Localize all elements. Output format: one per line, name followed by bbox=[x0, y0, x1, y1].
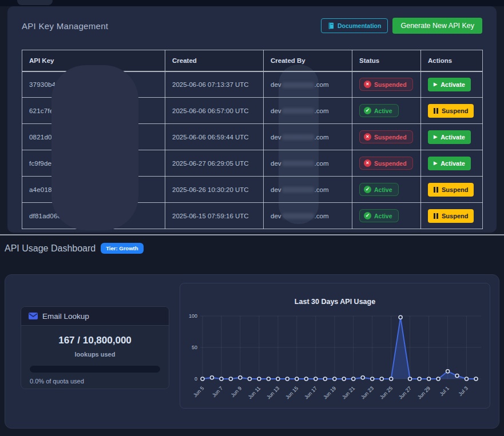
actions-cell: Suspend bbox=[421, 98, 483, 124]
created-cell: 2025-06-27 06:29:05 UTC bbox=[165, 150, 264, 177]
svg-text:Jun 15: Jun 15 bbox=[284, 385, 299, 400]
activate-button[interactable]: ▶Activate bbox=[428, 157, 471, 170]
actions-cell: ▶Activate bbox=[421, 150, 483, 177]
created-cell: 2025-06-06 06:59:44 UTC bbox=[165, 124, 264, 150]
svg-text:Jun 11: Jun 11 bbox=[247, 385, 262, 400]
x-circle-icon: × bbox=[364, 81, 371, 88]
created-cell: 2025-06-06 07:13:37 UTC bbox=[165, 71, 264, 98]
svg-text:Jun 13: Jun 13 bbox=[265, 385, 280, 400]
top-strip bbox=[0, 0, 504, 6]
activate-button[interactable]: ▶Activate bbox=[428, 78, 471, 91]
generate-api-key-button[interactable]: Generate New API Key bbox=[392, 18, 482, 34]
created-cell: 2025-06-06 06:57:00 UTC bbox=[165, 98, 264, 124]
svg-text:50: 50 bbox=[192, 345, 197, 350]
svg-text:0: 0 bbox=[195, 376, 197, 382]
check-circle-icon: ✓ bbox=[364, 107, 371, 114]
header-actions: Documentation Generate New API Key bbox=[321, 18, 482, 34]
status-badge: ×Suspended bbox=[359, 130, 413, 143]
created-cell: 2025-06-26 10:30:20 UTC bbox=[165, 177, 264, 203]
svg-text:Jun 25: Jun 25 bbox=[379, 385, 394, 400]
suspend-button[interactable]: Suspend bbox=[428, 104, 474, 118]
screen: API Key Management Documentation Generat… bbox=[0, 0, 504, 436]
status-cell: ×Suspended bbox=[352, 124, 421, 150]
actions-cell: ▶Activate bbox=[421, 71, 483, 98]
check-circle-icon: ✓ bbox=[364, 212, 371, 219]
email-lookup-title: Email Lookup bbox=[42, 312, 89, 321]
check-circle-icon: ✓ bbox=[364, 186, 371, 193]
documentation-button[interactable]: Documentation bbox=[321, 18, 388, 33]
suspend-button[interactable]: Suspend bbox=[428, 209, 474, 223]
usage-line-chart: Last 30 Days API Usage050100Jun 5Jun 7Ju… bbox=[180, 283, 490, 408]
svg-text:Jun 5: Jun 5 bbox=[192, 385, 205, 398]
svg-text:Last 30 Days API Usage: Last 30 Days API Usage bbox=[295, 298, 375, 306]
status-cell: ×Suspended bbox=[352, 150, 421, 177]
email-lookup-panel: Email Lookup 167 / 10,800,000 lookups us… bbox=[21, 306, 169, 389]
quota-percent-text: 0.0% of quota used bbox=[30, 378, 160, 385]
x-circle-icon: × bbox=[364, 159, 371, 167]
status-cell: ✓Active bbox=[352, 203, 421, 229]
actions-cell: Suspend bbox=[421, 177, 483, 203]
quota-progress-bar bbox=[30, 365, 160, 373]
actions-cell: Suspend bbox=[421, 203, 483, 229]
redaction-overlay-emails bbox=[279, 65, 319, 224]
card-header: API Key Management Documentation Generat… bbox=[7, 6, 497, 44]
dashboard-title-row: API Usage Dashboard Tier: Growth bbox=[0, 235, 504, 254]
svg-text:Jun 7: Jun 7 bbox=[211, 385, 224, 398]
status-cell: ×Suspended bbox=[352, 71, 421, 98]
column-header: Status bbox=[352, 50, 421, 71]
x-circle-icon: × bbox=[364, 133, 371, 141]
svg-text:100: 100 bbox=[189, 313, 197, 319]
dashboard-title: API Usage Dashboard bbox=[5, 243, 96, 254]
column-header: Created bbox=[165, 50, 264, 71]
status-cell: ✓Active bbox=[352, 177, 421, 203]
svg-text:Jun 29: Jun 29 bbox=[416, 385, 431, 400]
status-badge: ✓Active bbox=[359, 183, 399, 196]
envelope-icon bbox=[29, 313, 38, 319]
lookups-usage-count: 167 / 10,800,000 bbox=[30, 335, 160, 346]
documentation-button-label: Documentation bbox=[338, 22, 381, 29]
column-header: Actions bbox=[421, 50, 483, 71]
status-badge: ✓Active bbox=[359, 209, 399, 222]
activate-button[interactable]: ▶Activate bbox=[428, 130, 471, 144]
lookups-usage-label: lookups used bbox=[30, 351, 160, 358]
svg-text:Jul 3: Jul 3 bbox=[457, 385, 469, 397]
pause-icon bbox=[434, 187, 438, 193]
book-icon bbox=[328, 22, 334, 29]
status-badge: ×Suspended bbox=[359, 78, 413, 91]
tier-badge: Tier: Growth bbox=[101, 243, 143, 254]
email-lookup-body: 167 / 10,800,000 lookups used 0.0% of qu… bbox=[21, 326, 169, 385]
redaction-overlay-api-keys bbox=[51, 65, 138, 230]
usage-card: Email Lookup 167 / 10,800,000 lookups us… bbox=[5, 274, 499, 429]
svg-text:Jun 19: Jun 19 bbox=[322, 385, 337, 400]
status-badge: ✓Active bbox=[359, 104, 399, 117]
cropped-card-remnant bbox=[17, 0, 53, 5]
svg-text:Jul 1: Jul 1 bbox=[438, 385, 450, 397]
svg-text:Jun 27: Jun 27 bbox=[398, 385, 412, 400]
email-lookup-header: Email Lookup bbox=[21, 307, 169, 326]
pause-icon bbox=[434, 108, 438, 114]
status-cell: ✓Active bbox=[352, 98, 421, 124]
api-usage-dashboard-section: API Usage Dashboard Tier: Growth Email L… bbox=[0, 234, 504, 436]
pause-icon bbox=[434, 213, 438, 219]
suspend-button[interactable]: Suspend bbox=[428, 183, 474, 197]
status-badge: ×Suspended bbox=[359, 157, 413, 170]
usage-chart-panel: Last 30 Days API Usage050100Jun 5Jun 7Ju… bbox=[180, 283, 490, 409]
svg-text:Jun 9: Jun 9 bbox=[230, 385, 243, 398]
play-icon: ▶ bbox=[434, 161, 437, 166]
svg-text:Jun 17: Jun 17 bbox=[303, 385, 318, 400]
svg-text:Jun 21: Jun 21 bbox=[341, 385, 356, 400]
created-cell: 2025-06-15 07:59:16 UTC bbox=[165, 203, 264, 229]
actions-cell: ▶Activate bbox=[421, 124, 483, 150]
svg-text:Jun 23: Jun 23 bbox=[360, 385, 375, 400]
play-icon: ▶ bbox=[434, 82, 437, 87]
play-icon: ▶ bbox=[434, 135, 437, 139]
page-title: API Key Management bbox=[22, 21, 108, 31]
